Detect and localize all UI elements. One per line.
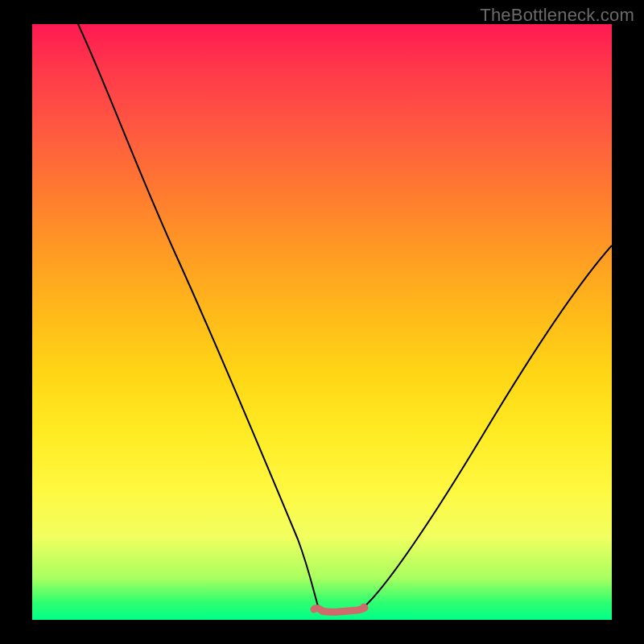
chart-frame: TheBottleneck.com: [0, 0, 644, 644]
plot-area: [32, 24, 612, 620]
curve-layer: [32, 24, 612, 620]
bottleneck-right-branch: [362, 246, 612, 609]
bottleneck-left-branch: [78, 24, 319, 609]
optimal-range-endcap-left: [312, 605, 319, 613]
optimal-range-endcap-right: [361, 604, 368, 611]
optimal-range-marker: [314, 608, 365, 612]
watermark-label: TheBottleneck.com: [480, 5, 634, 26]
